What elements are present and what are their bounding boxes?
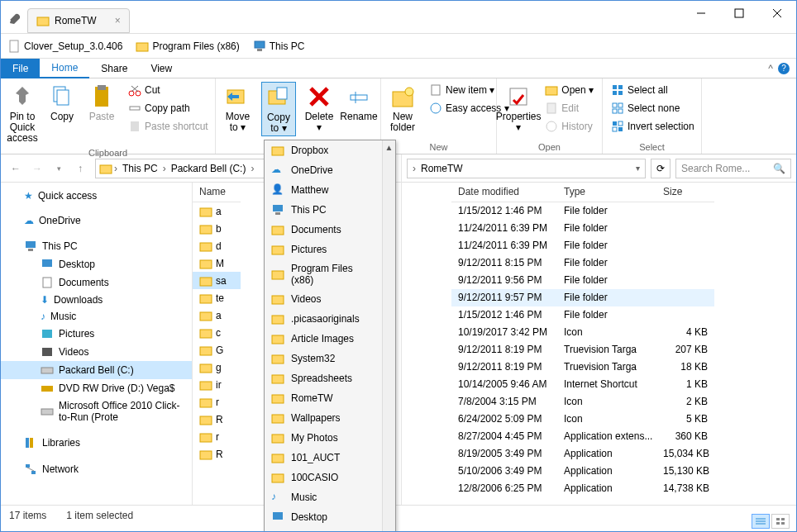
copy-to-button[interactable]: Copy to ▾ (261, 82, 296, 136)
move-to-button[interactable]: Move to ▾ (221, 82, 255, 135)
up-button[interactable]: ↑ (70, 159, 90, 178)
list-item[interactable]: a (193, 306, 241, 324)
details-view-button[interactable] (752, 514, 770, 529)
table-cell[interactable]: Truevision Targa (557, 359, 656, 376)
chevron-down-icon[interactable]: ▾ (636, 164, 640, 173)
maximize-button[interactable] (720, 1, 758, 26)
table-cell[interactable]: Application extens... (557, 428, 656, 445)
dropdown-item[interactable]: Wallpapers (265, 408, 382, 428)
right-breadcrumb[interactable]: › RomeTW ▾ (407, 159, 646, 178)
table-cell[interactable]: File folder (557, 202, 656, 220)
dropdown-item[interactable]: Pictures (265, 240, 382, 259)
chevron-up-icon[interactable]: ^ (768, 63, 773, 74)
tree-drive-c[interactable]: Packard Bell (C:) (1, 361, 192, 379)
dropdown-item[interactable]: .picasaoriginals (265, 309, 382, 329)
dropdown-item[interactable]: This PC (265, 200, 382, 220)
tree-network[interactable]: Network (1, 460, 192, 478)
list-item[interactable]: r (193, 428, 241, 445)
type-header[interactable]: Type (557, 183, 656, 202)
table-cell[interactable]: 1 KB (656, 376, 714, 393)
table-cell[interactable]: File folder (557, 289, 656, 306)
tree-thispc[interactable]: This PC (1, 237, 192, 255)
table-cell[interactable] (656, 220, 714, 237)
properties-button[interactable]: Properties ▾ (502, 82, 535, 135)
table-cell[interactable]: 9/12/2011 8:19 PM (451, 341, 557, 359)
scroll-up-icon[interactable]: ▲ (383, 140, 395, 154)
forward-button[interactable]: → (27, 159, 47, 178)
list-item[interactable]: c (193, 324, 241, 341)
list-item[interactable]: d (193, 237, 241, 254)
crumb-drive[interactable]: Packard Bell (C:) (168, 163, 250, 174)
table-cell[interactable]: 12/8/2006 6:25 PM (451, 480, 557, 497)
search-box[interactable]: Search Rome... 🔍 (675, 159, 791, 178)
table-cell[interactable]: 9/12/2011 8:19 PM (451, 359, 557, 376)
home-tab[interactable]: Home (40, 59, 89, 78)
table-cell[interactable]: 360 KB (656, 428, 714, 445)
size-header[interactable]: Size (656, 183, 714, 202)
table-cell[interactable]: 11/24/2011 6:39 PM (451, 237, 557, 254)
paste-button[interactable]: Paste (85, 82, 118, 124)
dropdown-item[interactable]: Dropbox (265, 140, 382, 160)
tree-downloads[interactable]: ⬇Downloads (1, 292, 192, 308)
browser-tab[interactable]: RomeTW × (27, 8, 130, 33)
recent-dropdown[interactable]: ▾ (49, 159, 69, 178)
table-cell[interactable]: 14,738 KB (656, 480, 714, 497)
table-cell[interactable]: File folder (557, 272, 656, 289)
crumb-rometw[interactable]: RomeTW (421, 163, 463, 174)
table-cell[interactable]: Icon (557, 411, 656, 428)
list-item[interactable]: R (193, 411, 241, 428)
pin-quick-access-button[interactable]: Pin to Quick access (6, 82, 39, 146)
dropdown-item[interactable]: Desktop (265, 507, 382, 527)
table-cell[interactable]: 1/15/2012 1:46 PM (451, 202, 557, 220)
tree-pictures[interactable]: Pictures (1, 325, 192, 343)
select-all-button[interactable]: Select all (608, 82, 698, 98)
dropdown-item[interactable]: ⬇Downloads (265, 527, 382, 532)
refresh-button[interactable]: ⟳ (651, 159, 671, 178)
table-cell[interactable]: File folder (557, 237, 656, 254)
table-cell[interactable]: 5/10/2006 3:49 PM (451, 463, 557, 480)
table-cell[interactable]: File folder (557, 306, 656, 324)
dropdown-item[interactable]: System32 (265, 349, 382, 368)
list-item[interactable]: sa (193, 272, 241, 289)
table-cell[interactable]: Icon (557, 393, 656, 411)
new-folder-button[interactable]: New folder (386, 82, 419, 135)
table-cell[interactable]: 9/12/2011 8:15 PM (451, 254, 557, 272)
close-button[interactable] (758, 1, 796, 26)
thumbnails-view-button[interactable] (771, 514, 790, 529)
cut-button[interactable]: Cut (125, 82, 212, 98)
list-item[interactable]: r (193, 393, 241, 411)
invert-selection-button[interactable]: Invert selection (608, 118, 698, 135)
tree-onedrive[interactable]: ☁OneDrive (1, 212, 192, 229)
help-icon[interactable]: ? (778, 63, 790, 74)
list-item[interactable]: a (193, 202, 241, 220)
table-cell[interactable] (656, 306, 714, 324)
tree-music[interactable]: ♪Music (1, 308, 192, 325)
dropdown-scrollbar[interactable]: ▲ ▼ (382, 140, 395, 532)
table-cell[interactable] (656, 202, 714, 220)
table-cell[interactable] (656, 254, 714, 272)
dropdown-item[interactable]: ♪Music (265, 487, 382, 507)
list-item[interactable]: te (193, 289, 241, 306)
crumb-thispc[interactable]: This PC (119, 163, 161, 174)
paste-shortcut-button[interactable]: Paste shortcut (125, 118, 212, 135)
dropdown-item[interactable]: Spreadsheets (265, 368, 382, 388)
dropdown-item[interactable]: Videos (265, 289, 382, 309)
dropdown-item[interactable]: 👤Matthew (265, 180, 382, 200)
table-cell[interactable]: Application (557, 480, 656, 497)
table-cell[interactable]: 207 KB (656, 341, 714, 359)
back-button[interactable]: ← (6, 159, 26, 178)
dropdown-item[interactable]: ☁OneDrive (265, 160, 382, 180)
delete-button[interactable]: Delete ▾ (303, 82, 336, 135)
tree-videos[interactable]: Videos (1, 343, 192, 361)
table-cell[interactable]: Icon (557, 324, 656, 341)
table-cell[interactable]: Application (557, 445, 656, 463)
tree-office[interactable]: Microsoft Office 2010 Click-to-Run (Prot… (1, 397, 192, 425)
name-header[interactable]: Name (193, 183, 241, 202)
list-item[interactable]: G (193, 341, 241, 359)
share-tab[interactable]: Share (89, 59, 139, 78)
list-item[interactable]: ir (193, 376, 241, 393)
table-cell[interactable]: File folder (557, 254, 656, 272)
list-item[interactable]: b (193, 220, 241, 237)
table-cell[interactable] (656, 272, 714, 289)
table-cell[interactable] (656, 289, 714, 306)
